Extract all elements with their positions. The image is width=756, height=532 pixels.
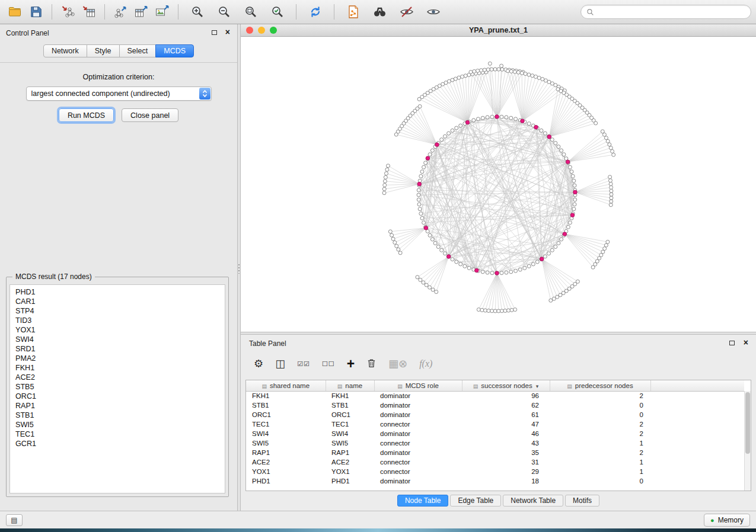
network-titlebar[interactable]: YPA_prune.txt_1 [241, 24, 756, 37]
mcds-result-item[interactable]: STB5 [15, 382, 219, 392]
tab-mcds[interactable]: MCDS [155, 44, 194, 57]
float-panel-icon[interactable] [212, 30, 217, 35]
tab-node-table[interactable]: Node Table [397, 495, 449, 507]
table-row[interactable]: STB1STB1dominator620 [246, 400, 744, 410]
export-image-button[interactable] [152, 2, 173, 22]
export-network-button[interactable] [110, 2, 131, 22]
table-row[interactable]: PHD1PHD1dominator180 [246, 476, 744, 486]
save-session-button[interactable] [25, 2, 46, 22]
column-header-successor-nodes[interactable]: ▤successor nodes▾ [462, 380, 550, 391]
tab-motifs[interactable]: Motifs [565, 495, 599, 507]
cell-name: YOX1 [326, 467, 374, 476]
list-icon: ▤ [11, 516, 17, 524]
tab-edge-table[interactable]: Edge Table [450, 495, 501, 507]
mcds-result-item[interactable]: STB1 [15, 411, 219, 420]
export-network-icon [113, 5, 128, 19]
tab-style[interactable]: Style [87, 44, 120, 57]
cell-successor-nodes: 62 [462, 400, 550, 410]
table-row[interactable]: SWI4SWI4dominator462 [246, 429, 744, 438]
add-column-button[interactable]: + [347, 357, 355, 371]
mcds-result-list[interactable]: PHD1CAR1STP4TID3YOX1SWI4SRD1PMA2FKH1ACE2… [9, 284, 225, 493]
panel-menu-button[interactable]: ▤ [6, 514, 23, 526]
open-file-button[interactable] [5, 2, 25, 22]
find-button[interactable] [369, 2, 390, 22]
mcds-result-item[interactable]: PHD1 [15, 287, 219, 297]
hide-details-button[interactable] [396, 2, 417, 22]
float-panel-icon[interactable] [729, 341, 735, 345]
control-panel-header: Control Panel × [0, 24, 237, 40]
close-panel-icon[interactable]: × [744, 338, 748, 347]
deselect-all-columns-button[interactable]: ☐☐ [322, 361, 335, 367]
tab-select[interactable]: Select [119, 44, 157, 57]
column-header-predecessor-nodes[interactable]: ▤predecessor nodes [550, 380, 650, 391]
cell-predecessor-nodes: 2 [550, 429, 650, 438]
select-all-columns-button[interactable]: ☑☑ [297, 361, 310, 367]
delete-column-button[interactable] [366, 358, 377, 370]
cell-successor-nodes: 29 [462, 467, 550, 476]
memory-button[interactable]: ● Memory [704, 514, 750, 527]
export-table-button[interactable] [131, 2, 152, 22]
table-row[interactable]: TEC1TEC1connector472 [246, 419, 744, 429]
splitter-handle-icon [238, 264, 240, 274]
table-row[interactable]: SWI5SWI5connector431 [246, 438, 744, 448]
minimize-window-icon[interactable] [258, 27, 265, 34]
mcds-result-item[interactable]: ACE2 [15, 373, 219, 382]
criterion-dropdown[interactable]: largest connected component (undirected) [26, 86, 212, 101]
mcds-result-item[interactable]: ORC1 [15, 392, 219, 401]
delete-table-button[interactable]: ▦⊗ [388, 358, 407, 369]
zoom-in-button[interactable] [187, 2, 208, 22]
scrollbar-thumb[interactable] [745, 392, 750, 454]
zoom-selected-button[interactable] [267, 2, 288, 22]
trash-icon [366, 358, 377, 368]
close-window-icon[interactable] [246, 27, 253, 34]
table-row[interactable]: RAP1RAP1dominator352 [246, 448, 744, 457]
mcds-result-item[interactable]: SRD1 [15, 344, 219, 354]
mcds-result-item[interactable]: YOX1 [15, 325, 219, 335]
table-row[interactable]: ORC1ORC1dominator610 [246, 410, 744, 419]
tab-network[interactable]: Network [43, 44, 87, 57]
column-header-name[interactable]: ▤name [326, 380, 374, 391]
mcds-result-item[interactable]: TID3 [15, 316, 219, 325]
run-mcds-button[interactable]: Run MCDS [59, 108, 114, 122]
table-panel-title: Table Panel [249, 339, 286, 348]
maximize-window-icon[interactable] [270, 27, 277, 34]
zoom-fit-button[interactable] [240, 2, 261, 22]
network-graph[interactable] [241, 37, 756, 332]
mcds-result-item[interactable]: FKH1 [15, 363, 219, 373]
column-header-shared-name[interactable]: ▤shared name [246, 380, 326, 391]
zoom-out-button[interactable] [213, 2, 234, 22]
mcds-result-item[interactable]: TEC1 [15, 430, 219, 439]
table-scrollbar[interactable] [744, 391, 751, 491]
table-panel-tabs: Node TableEdge TableNetwork TableMotifs [241, 495, 756, 507]
close-panel-icon[interactable]: × [225, 27, 230, 37]
import-network-button[interactable] [58, 2, 78, 22]
folder-icon [8, 5, 23, 19]
refresh-layout-button[interactable] [305, 2, 326, 22]
show-columns-button[interactable]: ◫ [275, 358, 285, 369]
table-row[interactable]: YOX1YOX1connector291 [246, 467, 744, 476]
mcds-result-item[interactable]: CAR1 [15, 297, 219, 306]
cell-MCDS-role: dominator [374, 429, 462, 438]
function-builder-button[interactable]: f(x) [419, 359, 432, 368]
mcds-result-item[interactable]: SWI4 [15, 335, 219, 344]
cell-successor-nodes: 18 [462, 476, 550, 486]
column-header-MCDS-role[interactable]: ▤MCDS role [374, 380, 462, 391]
mcds-result-item[interactable]: GCR1 [15, 439, 219, 448]
import-table-button[interactable] [78, 2, 99, 22]
share-document-button[interactable] [343, 2, 363, 22]
show-details-button[interactable] [423, 2, 444, 22]
cell-MCDS-role: dominator [374, 391, 462, 400]
close-panel-button[interactable]: Close panel [122, 108, 178, 122]
search-input[interactable] [597, 8, 745, 16]
table-settings-button[interactable]: ⚙ [254, 358, 263, 369]
table-row[interactable]: ACE2ACE2connector311 [246, 457, 744, 467]
cell-predecessor-nodes: 0 [550, 400, 650, 410]
mcds-result-item[interactable]: RAP1 [15, 401, 219, 411]
toolbar-separator [52, 4, 52, 20]
mcds-result-item[interactable]: STP4 [15, 306, 219, 316]
search-icon [586, 8, 594, 16]
mcds-result-item[interactable]: SWI5 [15, 420, 219, 430]
table-row[interactable]: FKH1FKH1dominator962 [246, 391, 744, 400]
mcds-result-item[interactable]: PMA2 [15, 354, 219, 363]
tab-network-table[interactable]: Network Table [503, 495, 563, 507]
